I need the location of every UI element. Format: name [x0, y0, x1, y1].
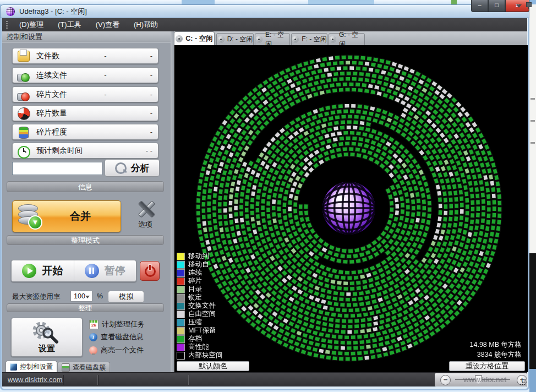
title-bar[interactable]: Udefrag3 - [C: - 空闲] — [0, 4, 529, 18]
stat-value: - — [104, 90, 106, 99]
drive-tab-c[interactable]: C: - 空闲 — [174, 31, 215, 45]
legend-item: 移动自 — [177, 260, 209, 269]
stat-row-file-count[interactable]: 文件数 - - — [12, 48, 158, 64]
legend-swatch-high-performance — [177, 344, 185, 351]
status-bar: www.disktrix.com − + — [2, 372, 527, 386]
legend-item: 高性能 — [177, 343, 209, 351]
stat-row-fragmented-files[interactable]: 碎片文件 - - — [12, 86, 158, 102]
defrag-caption: 整理 — [7, 303, 164, 312]
quick-item-label: 计划整理任务 — [102, 319, 145, 329]
merge-button[interactable]: ▼ 合并 — [12, 200, 121, 232]
stop-button[interactable] — [140, 261, 160, 281]
power-icon — [145, 266, 156, 277]
analyze-label: 分析 — [131, 162, 150, 175]
drive-tab-e[interactable]: E: - 空闲 — [255, 33, 290, 45]
stat-row-fragment-degree[interactable]: 碎片程度 - — [12, 124, 158, 140]
analyze-button[interactable]: 分析 — [105, 159, 160, 177]
fragment-degree-icon — [17, 126, 30, 139]
stat-row-contiguous-files[interactable]: 连续文件 - - — [12, 67, 158, 83]
database-merge-icon: ▼ — [18, 204, 40, 228]
stat-value: - — [150, 52, 152, 60]
stat-label: 预计剩余时间 — [36, 146, 83, 156]
background-right-sliver — [529, 4, 536, 392]
pause-label: 暂停 — [105, 264, 125, 278]
disk-icon — [217, 36, 225, 43]
legend-swatch-fragment — [177, 277, 185, 285]
drive-tab-g[interactable]: G: - 空闲 — [329, 33, 365, 45]
clusters-per-square-label: 3834 簇每方格 — [477, 350, 522, 360]
settings-button[interactable]: 设置 — [11, 318, 83, 357]
options-icon[interactable] — [135, 198, 155, 218]
legend-item: MFT保留 — [177, 326, 216, 335]
info-caption: 信息 — [7, 181, 164, 192]
file-count-icon — [17, 50, 30, 63]
contiguous-files-icon — [17, 69, 30, 82]
menu-grip-handle[interactable] — [6, 21, 8, 29]
arrow-down-icon: ▼ — [28, 215, 42, 230]
highlight-file-item[interactable]: 高亮一个文件 — [89, 345, 166, 355]
drive-tab-label: C: - 空闲 — [185, 34, 212, 43]
disk-info-item[interactable]: i 查看磁盘信息 — [89, 332, 166, 342]
zoom-slider-track[interactable] — [455, 379, 510, 381]
maximize-button[interactable]: □ — [488, 0, 505, 12]
menu-tools[interactable]: (T)工具 — [51, 18, 89, 31]
drive-tab-label: D: - 空闲 — [227, 35, 253, 44]
schedule-task-item[interactable]: 26 计划整理任务 — [89, 319, 166, 329]
disk-icon — [329, 36, 336, 43]
menu-defrag[interactable]: (D)整理 — [12, 18, 51, 31]
search-icon — [115, 162, 127, 174]
percent-label: % — [97, 292, 103, 300]
disktrix-link[interactable]: www.disktrix.com — [8, 375, 63, 384]
pause-icon — [85, 264, 99, 278]
legend-swatch-move-to — [177, 253, 185, 260]
stat-value: - — [104, 71, 106, 79]
drive-tab-d[interactable]: D: - 空闲 — [216, 33, 254, 45]
simulate-button[interactable]: 模拟 — [108, 291, 144, 303]
legend-swatch-mft-reserved — [177, 327, 185, 335]
zoom-slider-thumb[interactable] — [475, 375, 482, 384]
pin-icon[interactable] — [526, 2, 532, 7]
stat-label: 连续文件 — [36, 70, 67, 80]
mb-per-square-label: 14.98 MB 每方格 — [470, 340, 522, 350]
info-icon: i — [89, 333, 97, 341]
play-icon — [22, 264, 36, 278]
stat-row-time-remaining[interactable]: 预计剩余时间 - - — [12, 143, 158, 159]
chevron-down-icon[interactable] — [516, 4, 522, 8]
menu-view[interactable]: (V)查看 — [89, 18, 127, 31]
legend-swatch-internal-block — [177, 352, 185, 360]
lightbulb-icon — [89, 346, 97, 355]
resize-grip[interactable] — [519, 379, 526, 385]
legend-swatch-directory — [177, 286, 185, 293]
start-button[interactable]: 开始 — [12, 260, 74, 281]
dock-header[interactable]: 控制和设置 — [2, 31, 171, 42]
menu-help[interactable]: (H)帮助 — [127, 18, 165, 31]
stat-label: 文件数 — [36, 51, 59, 61]
calendar-icon: 26 — [89, 320, 99, 329]
legend-item: 目录 — [177, 285, 202, 293]
drive-tab-f[interactable]: F: - 空闲 — [291, 33, 327, 45]
tab-view-clusters[interactable]: 查看磁盘簇 — [57, 362, 110, 372]
resource-usage-select[interactable]: 100 — [70, 291, 92, 302]
stat-value: - — [150, 128, 152, 136]
reset-square-positions-button[interactable]: 重设方格位置 — [449, 361, 525, 371]
legend-item: 存档 — [177, 335, 202, 343]
merge-label: 合并 — [40, 209, 121, 224]
pause-button[interactable]: 暂停 — [74, 260, 136, 281]
tab-label: 查看磁盘簇 — [73, 363, 106, 372]
zoom-slider-panel: − + — [435, 373, 527, 386]
search-input[interactable] — [12, 162, 102, 175]
zoom-out-button[interactable]: − — [440, 375, 451, 385]
stat-value: - — [150, 109, 152, 117]
options-label[interactable]: 选项 — [134, 220, 156, 230]
stat-label: 碎片程度 — [36, 127, 67, 137]
stat-label: 碎片文件 — [36, 90, 67, 100]
disk-icon — [255, 36, 262, 43]
fragment-count-icon — [17, 107, 30, 120]
legend-item: 内部块空间 — [177, 351, 223, 360]
disk-map-canvas[interactable] — [174, 45, 528, 372]
minimize-button[interactable]: – — [471, 0, 488, 12]
default-colors-button[interactable]: 默认颜色 — [177, 361, 249, 371]
stat-row-fragment-count[interactable]: 碎片数量 - — [12, 105, 158, 121]
menu-bar: (D)整理 (T)工具 (V)查看 (H)帮助 — [2, 18, 527, 31]
tab-control-settings[interactable]: 控制和设置 — [6, 361, 57, 372]
